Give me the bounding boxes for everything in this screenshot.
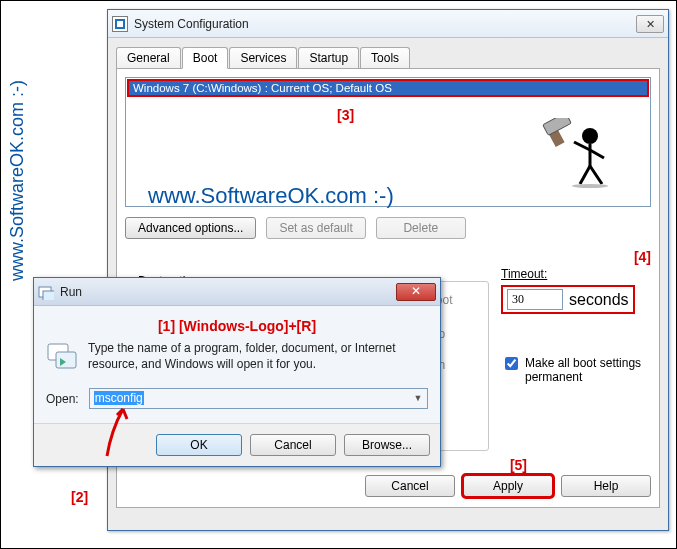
mascot-icon — [540, 118, 620, 188]
run-cancel-button[interactable]: Cancel — [250, 434, 336, 456]
make-permanent-label: Make all boot settings permanent — [525, 356, 651, 384]
svg-rect-10 — [43, 291, 54, 300]
sysconfig-cancel-button[interactable]: Cancel — [365, 475, 455, 497]
os-entry-selected[interactable]: Windows 7 (C:\Windows) : Current OS; Def… — [127, 79, 649, 97]
chevron-down-icon[interactable]: ▼ — [411, 391, 425, 405]
advanced-options-button[interactable]: Advanced options... — [125, 217, 256, 239]
sysconfig-tabs: General Boot Services Startup Tools — [116, 46, 660, 68]
svg-point-8 — [572, 184, 608, 188]
os-list[interactable]: Windows 7 (C:\Windows) : Current OS; Def… — [125, 77, 651, 207]
svg-line-5 — [590, 150, 604, 158]
run-close-button[interactable]: ✕ — [396, 283, 436, 301]
tab-services[interactable]: Services — [229, 47, 297, 69]
timeout-input[interactable] — [507, 289, 563, 310]
sysconfig-icon — [112, 16, 128, 32]
delete-button: Delete — [376, 217, 466, 239]
svg-point-0 — [582, 128, 598, 144]
run-ok-button[interactable]: OK — [156, 434, 242, 456]
tab-startup[interactable]: Startup — [298, 47, 359, 69]
watermark-main-text: www.SoftwareOK.com :-) — [148, 183, 394, 209]
timeout-seconds-label: seconds — [569, 291, 629, 309]
watermark-side-text: www.SoftwareOK.com :-) — [7, 80, 28, 281]
close-icon[interactable]: ✕ — [636, 15, 664, 33]
arrow-icon — [97, 401, 137, 461]
svg-line-2 — [580, 166, 590, 184]
tab-tools[interactable]: Tools — [360, 47, 410, 69]
annotation-5: [5] — [510, 457, 527, 473]
svg-line-3 — [590, 166, 602, 184]
run-big-icon — [46, 340, 78, 372]
sysconfig-titlebar: System Configuration ✕ — [108, 10, 668, 38]
run-open-label: Open: — [46, 392, 79, 406]
timeout-label: Timeout: — [501, 267, 651, 281]
run-open-input[interactable]: msconfig ▼ — [89, 388, 428, 409]
tab-boot[interactable]: Boot — [182, 47, 229, 69]
make-permanent-checkbox[interactable] — [505, 357, 518, 370]
help-button[interactable]: Help — [561, 475, 651, 497]
run-icon — [38, 284, 54, 300]
sysconfig-title: System Configuration — [134, 17, 249, 31]
annotation-3: [3] — [337, 107, 354, 123]
tab-general[interactable]: General — [116, 47, 181, 69]
run-title: Run — [60, 285, 82, 299]
run-titlebar: Run ✕ — [34, 278, 440, 306]
apply-button[interactable]: Apply — [463, 475, 553, 497]
run-description: Type the name of a program, folder, docu… — [88, 340, 428, 372]
svg-rect-12 — [56, 352, 76, 368]
timeout-box: seconds — [501, 285, 635, 314]
set-default-button: Set as default — [266, 217, 365, 239]
run-browse-button[interactable]: Browse... — [344, 434, 430, 456]
run-dialog: Run ✕ [1] [Windows-Logo]+[R] Type the na… — [33, 277, 441, 467]
annotation-4: [4] — [634, 249, 651, 265]
annotation-2: [2] — [71, 489, 88, 505]
annotation-1: [1] [Windows-Logo]+[R] — [46, 318, 428, 334]
